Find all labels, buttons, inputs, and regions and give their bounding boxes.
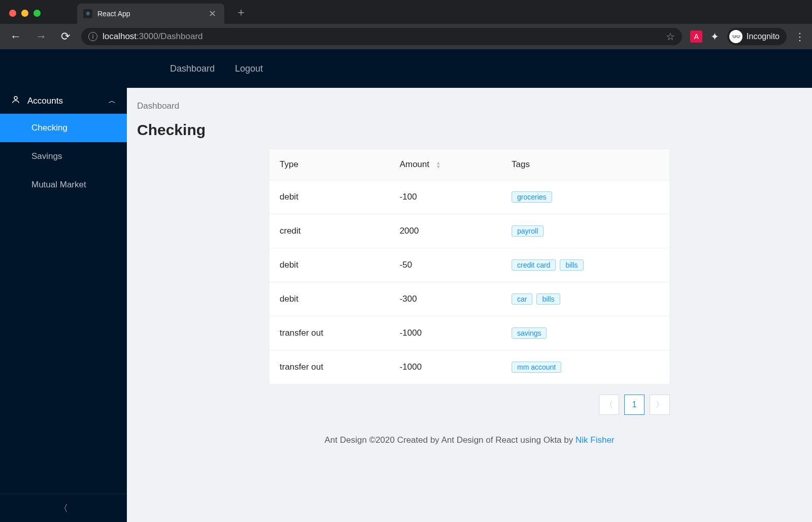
tag[interactable]: bills <box>536 293 560 305</box>
table-row: debit-50credit cardbills <box>269 248 669 282</box>
cell-amount: -1000 <box>389 316 501 350</box>
window-minimize-button[interactable] <box>21 10 28 17</box>
footer: Ant Design ©2020 Created by Ant Design o… <box>137 415 802 450</box>
user-icon <box>11 95 20 107</box>
tag[interactable]: mm account <box>512 362 561 373</box>
reload-button[interactable]: ⟳ <box>58 30 73 43</box>
svg-point-0 <box>14 96 17 100</box>
cell-type: debit <box>269 282 389 316</box>
nav-logout[interactable]: Logout <box>235 63 263 74</box>
tag[interactable]: bills <box>560 259 583 271</box>
cell-amount: -300 <box>389 282 501 316</box>
browser-tab[interactable]: ⚛ React App ✕ <box>77 4 224 24</box>
col-amount-label: Amount <box>399 159 429 169</box>
cell-type: debit <box>269 248 389 282</box>
browser-chrome: ⚛ React App ✕ ＋ ← → ⟳ i localhost:3000/D… <box>0 0 812 49</box>
cell-tags: groceries <box>501 180 669 214</box>
table-row: transfer out-1000savings <box>269 316 669 350</box>
col-type-label: Type <box>280 159 298 169</box>
browser-tab-strip: ⚛ React App ✕ ＋ <box>0 0 812 24</box>
window-controls <box>9 10 41 17</box>
sidebar: Accounts ︿ CheckingSavingsMutual Market … <box>0 88 127 522</box>
sidebar-collapse-button[interactable]: 〈 <box>0 494 127 522</box>
cell-tags: payroll <box>501 214 669 248</box>
footer-text: Ant Design ©2020 Created by Ant Design o… <box>325 435 576 445</box>
pagination: 〈 1 〉 <box>269 395 670 415</box>
back-button[interactable]: ← <box>7 30 24 43</box>
new-tab-button[interactable]: ＋ <box>230 5 252 20</box>
table-row: debit-100groceries <box>269 180 669 214</box>
incognito-label: Incognito <box>747 32 780 41</box>
browser-menu-button[interactable]: ⋮ <box>795 30 805 43</box>
url-display: localhost:3000/Dashboard <box>103 31 203 42</box>
sort-icon[interactable]: ▲▼ <box>436 161 441 169</box>
table-row: transfer out-1000mm account <box>269 350 669 384</box>
col-amount[interactable]: Amount ▲▼ <box>389 149 501 180</box>
bookmark-icon[interactable]: ☆ <box>666 30 675 43</box>
url-path: :3000/Dashboard <box>137 31 202 41</box>
app-root: Dashboard Logout Accounts ︿ CheckingSavi… <box>0 49 812 522</box>
window-maximize-button[interactable] <box>33 10 41 17</box>
content-area: Dashboard Checking Type Amount ▲▼ Tags <box>127 88 812 522</box>
pagination-prev[interactable]: 〈 <box>599 395 619 415</box>
extension-icon[interactable]: A <box>690 30 702 43</box>
breadcrumb: Dashboard <box>137 101 802 111</box>
sidebar-item-savings[interactable]: Savings <box>0 142 127 171</box>
tag[interactable]: car <box>512 293 532 305</box>
tag[interactable]: groceries <box>512 191 552 203</box>
sidebar-item-checking[interactable]: Checking <box>0 114 127 142</box>
chevron-up-icon: ︿ <box>109 96 116 106</box>
app-body: Accounts ︿ CheckingSavingsMutual Market … <box>0 88 812 522</box>
page-title: Checking <box>137 121 802 139</box>
react-favicon-icon: ⚛ <box>83 9 92 18</box>
site-info-icon[interactable]: i <box>88 32 97 41</box>
sidebar-group-accounts[interactable]: Accounts ︿ <box>0 88 127 114</box>
cell-amount: 2000 <box>389 214 501 248</box>
browser-toolbar: ← → ⟳ i localhost:3000/Dashboard ☆ A ✦ 👓… <box>0 24 812 49</box>
col-tags[interactable]: Tags <box>501 149 669 180</box>
col-type[interactable]: Type <box>269 149 389 180</box>
incognito-indicator[interactable]: 👓 Incognito <box>727 28 787 45</box>
pagination-page-1[interactable]: 1 <box>624 395 645 415</box>
cell-tags: mm account <box>501 350 669 384</box>
top-nav: Dashboard Logout <box>0 49 812 88</box>
cell-type: credit <box>269 214 389 248</box>
browser-tab-title: React App <box>97 10 201 18</box>
nav-dashboard[interactable]: Dashboard <box>170 63 215 74</box>
cell-type: transfer out <box>269 350 389 384</box>
table-row: credit2000payroll <box>269 214 669 248</box>
cell-amount: -1000 <box>389 350 501 384</box>
tag[interactable]: payroll <box>512 225 544 237</box>
cell-tags: savings <box>501 316 669 350</box>
url-host: localhost <box>103 31 137 41</box>
col-tags-label: Tags <box>512 159 530 169</box>
cell-type: transfer out <box>269 316 389 350</box>
forward-button[interactable]: → <box>32 30 50 43</box>
address-bar[interactable]: i localhost:3000/Dashboard ☆ <box>81 28 682 45</box>
extensions-button[interactable]: ✦ <box>710 30 719 43</box>
cell-tags: credit cardbills <box>501 248 669 282</box>
table-row: debit-300carbills <box>269 282 669 316</box>
close-tab-button[interactable]: ✕ <box>207 8 218 19</box>
sidebar-item-mutual-market[interactable]: Mutual Market <box>0 171 127 199</box>
cell-type: debit <box>269 180 389 214</box>
tag[interactable]: credit card <box>512 259 556 271</box>
footer-author-link[interactable]: Nik Fisher <box>576 435 615 445</box>
cell-amount: -100 <box>389 180 501 214</box>
pagination-next[interactable]: 〉 <box>650 395 670 415</box>
incognito-icon: 👓 <box>729 30 742 43</box>
cell-tags: carbills <box>501 282 669 316</box>
tag[interactable]: savings <box>512 328 547 339</box>
transactions-table: Type Amount ▲▼ Tags debit-100groceriescr… <box>269 149 670 384</box>
sidebar-group-label: Accounts <box>27 96 63 106</box>
window-close-button[interactable] <box>9 10 16 17</box>
cell-amount: -50 <box>389 248 501 282</box>
